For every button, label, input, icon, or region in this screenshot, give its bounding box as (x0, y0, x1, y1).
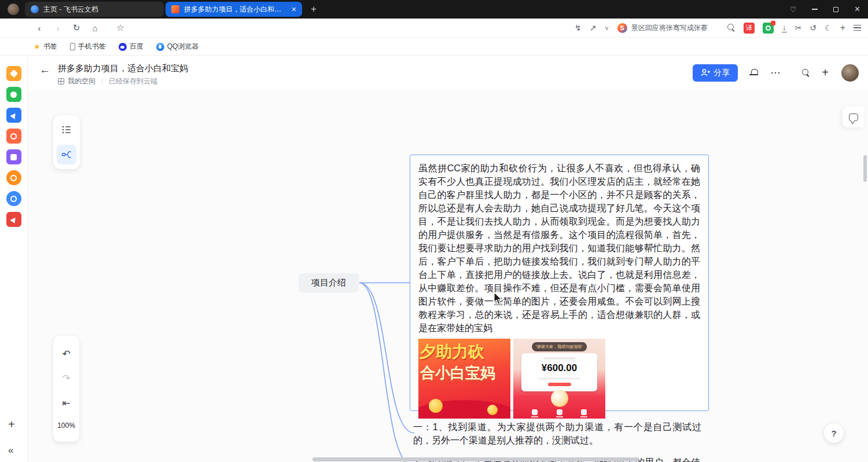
new-tab-button[interactable]: + (304, 3, 323, 15)
hot-search-text[interactable]: 景区回应将张骞写成张赛 (631, 23, 708, 33)
bookmark-mobile[interactable]: 手机书签 (70, 42, 106, 52)
star-icon: ★ (34, 43, 41, 50)
mindmap-child-node-1[interactable]: 一：1、找到渠道。为大家提供两个助力渠道，有一个是自己测试过的，另外一个渠道是别… (413, 420, 701, 447)
tab-title: 拼多多助力项目，适合小白和宝妈 (184, 5, 287, 14)
app-sidebar (0, 56, 28, 462)
screenshot-scissors-icon[interactable]: ✂ (795, 24, 802, 32)
space-grid-icon (58, 78, 64, 85)
mindmap-view-button[interactable] (57, 145, 76, 164)
chevron-down-icon[interactable]: ∨ (605, 25, 609, 31)
forward-icon[interactable]: › (49, 23, 67, 33)
mini-icon-row (513, 409, 605, 417)
window-controls: ♡ × (782, 0, 868, 19)
add-icon[interactable]: + (840, 23, 845, 32)
share-button[interactable]: 分享 (693, 64, 738, 82)
minimize-button[interactable] (804, 0, 825, 19)
bookmark-folder[interactable]: ★ 书签 (34, 42, 57, 52)
sidebar-add-button[interactable]: + (8, 418, 15, 431)
sidebar-app-icon-wechat[interactable] (6, 87, 21, 102)
share-page-icon[interactable]: ↗ (590, 24, 597, 32)
mindmap-root-node[interactable]: 项目介绍 (299, 273, 359, 292)
download-icon[interactable]: ↓ (782, 23, 787, 33)
extension-glyph (766, 25, 771, 31)
maximize-button[interactable] (825, 0, 847, 19)
sidebar-app-icon-pdf[interactable] (6, 212, 21, 227)
sogou-search-icon[interactable]: S (617, 23, 627, 33)
sidebar-app-icon-5[interactable] (6, 149, 21, 164)
breadcrumb-space[interactable]: 我的空间 (68, 76, 95, 86)
vertical-scrollbar[interactable] (863, 155, 867, 182)
toolbar-right-cluster: ↯ ↗ ∨ S 景区回应将张骞写成张赛 译 ↓ ✂ ↺ ☾ + (567, 23, 868, 34)
user-avatar[interactable] (841, 64, 859, 82)
bookmark-baidu[interactable]: 百度 (119, 42, 144, 52)
comment-bubble-icon (849, 113, 858, 121)
tab-feishu-home[interactable]: 主页 - 飞书云文档 (25, 2, 164, 17)
refresh-icon[interactable]: ↻ (67, 23, 86, 33)
bookmark-label: QQ浏览器 (167, 42, 199, 52)
sidebar-app-icon-1[interactable] (6, 66, 21, 81)
mindmap-view-icon (61, 149, 72, 160)
redo-icon[interactable]: ↷ (62, 372, 70, 384)
home-icon[interactable]: ⌂ (86, 23, 104, 33)
doc-back-arrow[interactable]: ← (39, 64, 50, 76)
withdraw-bubble-text: “谢谢大家，我成功提现啦” (532, 342, 587, 351)
more-ellipsis-icon[interactable]: ⋯ (770, 67, 780, 79)
collapse-sidebar-icon[interactable]: « (8, 445, 13, 456)
divider (102, 78, 102, 85)
gold-coin-icon (487, 405, 498, 415)
bookmark-label: 书签 (43, 42, 57, 52)
comment-button[interactable] (843, 107, 864, 127)
doc-title: 拼多多助力项目，适合小白和宝妈 (58, 63, 188, 74)
outline-view-button[interactable] (57, 120, 76, 140)
withdraw-card: ¥600.00 (521, 353, 597, 391)
search-icon[interactable] (727, 24, 735, 32)
back-icon[interactable]: ‹ (30, 23, 49, 33)
intro-images: 夕助力砍 合小白宝妈 “谢谢大家，我成功提现啦” ¥600.00 (418, 339, 700, 419)
undo-icon[interactable]: ↶ (62, 348, 70, 360)
feishu-docs-favicon (31, 5, 39, 13)
close-window-button[interactable]: × (847, 0, 868, 19)
close-tab-icon[interactable]: × (292, 5, 296, 13)
bookmarks-bar: ★ 书签 手机书签 百度 QQ浏览器 (0, 38, 868, 56)
browser-profile-avatar[interactable] (8, 3, 19, 15)
promo-image[interactable]: 夕助力砍 合小白宝妈 (418, 339, 510, 419)
tab-current-doc[interactable]: 拼多多助力项目，适合小白和宝妈 × (165, 2, 302, 17)
horizontal-scrollbar[interactable] (312, 457, 638, 461)
mindmap-intro-node[interactable]: 虽然拼CC家的助力和砍价行为，让很多人不喜欢，但也得承认，确实有不少人也真正提现… (410, 155, 709, 411)
breadcrumb: 我的空间 已经保存到云端 (58, 76, 157, 86)
doc-search-icon[interactable] (802, 69, 810, 77)
sidebar-app-icon-4[interactable] (6, 129, 21, 144)
withdraw-screenshot-image[interactable]: “谢谢大家，我成功提现啦” ¥600.00 (513, 339, 605, 419)
share-label: 分享 (713, 68, 730, 78)
bookmark-qq-browser[interactable]: QQ浏览器 (156, 42, 199, 52)
titlebar-heart-icon[interactable]: ♡ (782, 0, 804, 19)
phone-icon (70, 43, 75, 50)
browser-tab-bar: 主页 - 飞书云文档 拼多多助力项目，适合小白和宝妈 × + ♡ × (0, 0, 868, 19)
dark-mode-moon-icon[interactable]: ☾ (825, 24, 832, 32)
menu-hamburger-icon[interactable] (854, 25, 861, 31)
doc-add-icon[interactable]: + (822, 66, 829, 79)
share-person-icon (701, 68, 710, 77)
history-icon[interactable]: ↺ (810, 24, 816, 32)
extension-icon[interactable] (763, 23, 774, 34)
gold-coin-icon (429, 399, 443, 413)
sidebar-app-icon-search[interactable] (6, 170, 21, 185)
document-header: ← 拼多多助力项目，适合小白和宝妈 ☆ 我的空间 已经保存到云端 分享 ⋯ + (28, 56, 868, 90)
fit-to-node-icon[interactable]: ⇤ (62, 397, 70, 409)
coin-badge-icon (551, 390, 568, 407)
favorite-star-icon[interactable]: ☆ (183, 63, 190, 72)
minimize-icon (812, 9, 818, 9)
bookmark-star-icon[interactable]: ☆ (111, 23, 130, 33)
doc-favicon (171, 5, 179, 13)
sidebar-app-icon-3[interactable] (6, 108, 21, 123)
help-button[interactable]: ? (824, 423, 844, 443)
zoom-level[interactable]: 100% (57, 421, 75, 430)
translate-extension-icon[interactable]: 译 (744, 23, 755, 34)
bookmark-label: 百度 (130, 42, 144, 52)
browser-toolbar: ‹ › ↻ ⌂ ☆ ↯ ↗ ∨ S 景区回应将张骞写成张赛 译 ↓ ✂ ↺ ☾ … (0, 19, 868, 38)
sidebar-app-icon-clock[interactable] (6, 191, 21, 206)
speed-lightning-icon[interactable]: ↯ (575, 24, 582, 32)
notifications-bell-icon[interactable] (749, 68, 759, 77)
intro-text: 虽然拼CC家的助力和砍价行为，让很多人不喜欢，但也得承认，确实有不少人也真正提现… (418, 162, 700, 335)
save-status: 已经保存到云端 (109, 76, 157, 86)
